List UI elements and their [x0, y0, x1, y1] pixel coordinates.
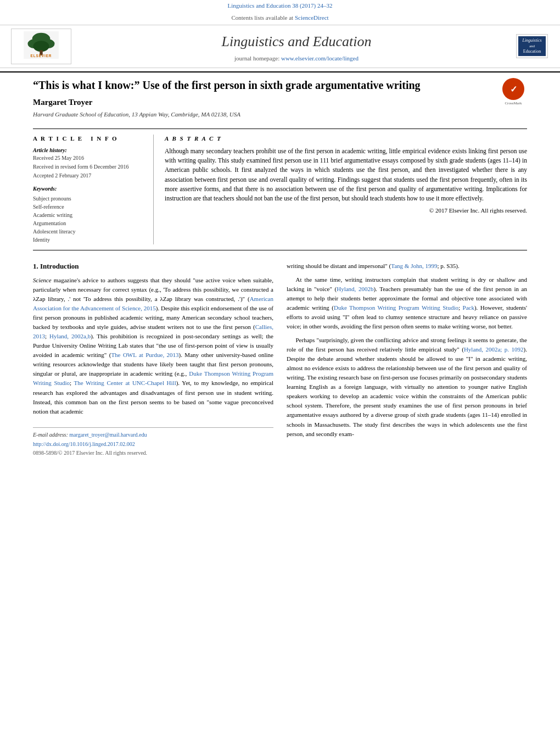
duke-link-2[interactable]: Duke Thompson Writing Program Writing St…	[334, 304, 458, 311]
crossmark-logo: ✓ CrossMark	[500, 78, 527, 107]
contents-label: Contents lists available at	[231, 14, 293, 21]
keyword-3: Argumentation	[33, 220, 145, 227]
owl-link[interactable]: The OWL at Purdue, 2013	[111, 352, 178, 358]
science-italic: Science	[33, 277, 52, 283]
journal-thumbnail: Linguistics and Education	[516, 34, 549, 58]
right-para-2: At the same time, writing instructors co…	[287, 275, 527, 331]
hyland-link[interactable]: Hyland, 2002a,b	[49, 333, 91, 339]
article-info-label: A R T I C L E I N F O	[33, 135, 145, 143]
email-label: E-mail address:	[33, 432, 69, 438]
abstract-label: A B S T R A C T	[165, 135, 527, 143]
unc-link[interactable]: The Writing Center at UNC-Chapel Hill	[74, 380, 176, 386]
journal-homepage: journal homepage: www.elsevier.com/locat…	[77, 54, 516, 63]
keyword-1: Self-reference	[33, 203, 145, 211]
article-body: “This is what I know:” Use of the first …	[0, 72, 560, 468]
keyword-2: Academic writing	[33, 211, 145, 219]
keyword-5: Identity	[33, 236, 145, 244]
email-link[interactable]: margaret_troyer@mail.harvard.edu	[69, 432, 147, 438]
footer-issn: 0898-5898/© 2017 Elsevier Inc. All right…	[33, 449, 273, 457]
svg-point-4	[33, 41, 49, 52]
article-accepted: Accepted 2 February 2017	[33, 172, 145, 180]
tang-link[interactable]: Tang & John, 1999	[391, 263, 437, 269]
article-info-section: A R T I C L E I N F O Article history: R…	[33, 129, 527, 250]
intro-text-right: writing should be distant and impersonal…	[287, 261, 527, 439]
footer-email: E-mail address: margaret_troyer@mail.har…	[33, 431, 273, 439]
keyword-4: Adolescent literacy	[33, 228, 145, 236]
right-para-1: writing should be distant and impersonal…	[287, 261, 527, 271]
pack-link[interactable]: Pack	[463, 304, 474, 311]
article-revised: Received in revised form 6 December 2016	[33, 163, 145, 171]
author-name: Margaret Troyer	[33, 97, 489, 108]
keywords-label: Keywords:	[33, 185, 145, 193]
sciencedirect-link[interactable]: ScienceDirect	[295, 14, 329, 21]
crossmark-icon: ✓	[502, 78, 524, 100]
citation-bar: Linguistics and Education 38 (2017) 24–3…	[0, 0, 560, 12]
intro-heading: 1. Introduction	[33, 261, 273, 271]
hyland-2002a-link[interactable]: Hyland, 2002a; p. 1092	[464, 346, 524, 353]
article-received: Received 25 May 2016	[33, 154, 145, 162]
abstract-copyright: © 2017 Elsevier Inc. All rights reserved…	[165, 207, 527, 215]
journal-homepage-link[interactable]: www.elsevier.com/locate/linged	[281, 55, 359, 62]
journal-center: Linguistics and Education journal homepa…	[77, 30, 516, 63]
article-title: “This is what I know:” Use of the first …	[33, 78, 489, 92]
svg-text:✓: ✓	[510, 85, 517, 94]
intro-text-left: Science magazine's advice to authors sug…	[33, 276, 273, 416]
elsevier-tree-icon: ELSEVIER	[22, 31, 60, 59]
journal-name: Linguistics and Education	[77, 32, 516, 52]
svg-text:ELSEVIER: ELSEVIER	[31, 54, 52, 58]
article-info-left: A R T I C L E I N F O Article history: R…	[33, 135, 154, 244]
article-history-label: Article history:	[33, 147, 145, 154]
right-para-3: Perhaps "surprisingly, given the conflic…	[287, 336, 527, 439]
footer-doi: http://dx.doi.org/10.1016/j.linged.2017.…	[33, 440, 273, 448]
aaas-link[interactable]: American Association for the Advancement…	[33, 295, 273, 311]
journal-header: Linguistics and Education 38 (2017) 24–3…	[0, 0, 560, 72]
abstract-text: Although many secondary teachers prohibi…	[165, 147, 527, 204]
intro-para-left: Science magazine's advice to authors sug…	[33, 276, 273, 416]
main-col-left: 1. Introduction Science magazine's advic…	[33, 261, 273, 457]
article-title-area: “This is what I know:” Use of the first …	[33, 78, 489, 124]
article-title-section: “This is what I know:” Use of the first …	[33, 78, 527, 124]
article-footer: E-mail address: margaret_troyer@mail.har…	[33, 427, 273, 457]
journal-thumb-inner: Linguistics and Education	[518, 36, 546, 56]
article-abstract: A B S T R A C T Although many secondary …	[165, 135, 527, 244]
author-affiliation: Harvard Graduate School of Education, 13…	[33, 110, 489, 119]
citation-text: Linguistics and Education 38 (2017) 24–3…	[228, 2, 333, 9]
main-col-right: writing should be distant and impersonal…	[287, 261, 527, 457]
main-content: 1. Introduction Science magazine's advic…	[33, 261, 527, 457]
crossmark-label: CrossMark	[500, 101, 527, 107]
elsevier-logo: ELSEVIER	[11, 29, 77, 64]
keyword-0: Subject pronouns	[33, 195, 145, 203]
hyland-2002b-link[interactable]: Hyland, 2002b	[337, 286, 373, 292]
